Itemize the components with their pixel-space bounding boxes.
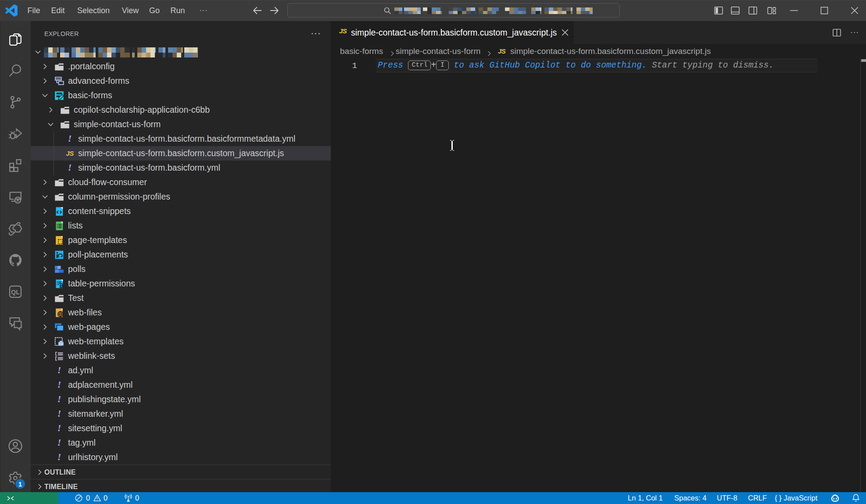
svg-text:QL: QL xyxy=(11,289,20,296)
